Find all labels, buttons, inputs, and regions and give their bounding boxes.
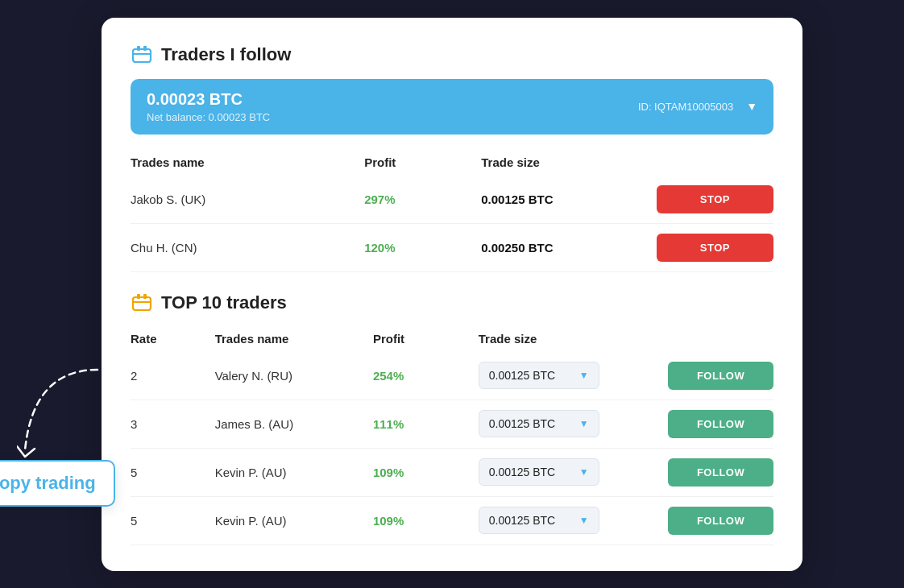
- top10-rate: 3: [131, 417, 215, 431]
- top10-name: Kevin P. (AU): [215, 466, 373, 479]
- screen: Copy trading Traders I follow 0.0002: [0, 0, 904, 588]
- svg-rect-1: [137, 46, 140, 51]
- trade-size-value: 0.00125 BTC: [489, 417, 556, 430]
- col-head-action: [657, 155, 773, 169]
- traders-follow-table: Trades name Profit Trade size Jakob S. (…: [131, 151, 773, 272]
- svg-rect-0: [133, 49, 151, 62]
- top10-rate: 2: [131, 369, 215, 383]
- table-row: 3 James B. (AU) 111% 0.00125 BTC ▼ FOLLO…: [131, 400, 773, 449]
- dropdown-chevron-icon: ▼: [579, 370, 589, 381]
- follow-button[interactable]: FOLLOW: [668, 507, 773, 535]
- trader-name: Jakob S. (UK): [131, 193, 364, 206]
- trader-name: Chu H. (CN): [131, 241, 364, 255]
- dropdown-chevron-icon: ▼: [579, 466, 589, 478]
- trade-size-dropdown[interactable]: 0.00125 BTC ▼: [479, 410, 599, 437]
- dropdown-chevron-icon: ▼: [579, 418, 589, 429]
- balance-left: 0.00023 BTC Net balance: 0.00023 BTC: [147, 90, 270, 123]
- table-row: 5 Kevin P. (AU) 109% 0.00125 BTC ▼ FOLLO…: [131, 449, 773, 497]
- balance-net: Net balance: 0.00023 BTC: [147, 111, 270, 123]
- balance-id: ID: IQTAM10005003: [638, 101, 733, 113]
- top10-profit: 109%: [373, 466, 479, 479]
- top10-name: Kevin P. (AU): [215, 514, 373, 528]
- top10-table: Rate Trades name Profit Trade size 2 Val…: [131, 327, 773, 545]
- top10-header: Rate Trades name Profit Trade size: [131, 327, 773, 352]
- trade-size-value: 0.00125 BTC: [489, 514, 556, 527]
- table-row: Jakob S. (UK) 297% 0.00125 BTC STOP: [131, 176, 773, 224]
- top10-title: TOP 10 traders: [131, 292, 773, 314]
- trader-profit: 297%: [364, 193, 481, 206]
- top10-profit: 109%: [373, 514, 479, 528]
- svg-rect-4: [133, 297, 151, 310]
- follow-button[interactable]: FOLLOW: [668, 362, 773, 390]
- main-card: Copy trading Traders I follow 0.0002: [102, 18, 802, 571]
- svg-rect-5: [137, 294, 140, 299]
- top10-profit: 254%: [373, 369, 479, 383]
- top10-name: James B. (AU): [215, 417, 373, 431]
- copy-trading-label: Copy trading: [0, 473, 96, 494]
- follow-button[interactable]: FOLLOW: [668, 458, 773, 487]
- trader-profit: 120%: [364, 241, 481, 255]
- svg-rect-2: [143, 46, 147, 51]
- dashed-arrow: [17, 362, 114, 474]
- trader-size: 0.00125 BTC: [481, 193, 657, 206]
- copy-trading-badge: Copy trading: [0, 460, 115, 507]
- top10-section: TOP 10 traders Rate Trades name Profit T…: [131, 292, 773, 545]
- trade-size-dropdown[interactable]: 0.00125 BTC ▼: [479, 507, 599, 534]
- balance-amount: 0.00023 BTC: [147, 90, 270, 109]
- col-head-trade-size: Trade size: [481, 155, 657, 169]
- stop-button[interactable]: STOP: [657, 234, 773, 262]
- balance-bar[interactable]: 0.00023 BTC Net balance: 0.00023 BTC ID:…: [131, 79, 773, 135]
- balance-right: ID: IQTAM10005003 ▼: [638, 100, 757, 113]
- stop-button[interactable]: STOP: [657, 185, 773, 213]
- traders-follow-section: Traders I follow 0.00023 BTC Net balance…: [131, 43, 773, 272]
- col-head-profit: Profit: [364, 155, 481, 169]
- dropdown-chevron-icon: ▼: [579, 515, 589, 526]
- trade-size-dropdown[interactable]: 0.00125 BTC ▼: [479, 362, 599, 389]
- col-head-profit: Profit: [373, 332, 479, 346]
- top10-name: Valery N. (RU): [215, 369, 373, 383]
- follow-button[interactable]: FOLLOW: [668, 410, 773, 438]
- top10-rate: 5: [131, 466, 215, 479]
- traders-follow-header: Trades name Profit Trade size: [131, 151, 773, 176]
- traders-follow-title: Traders I follow: [131, 43, 773, 66]
- col-head-trades-name: Trades name: [131, 155, 364, 169]
- col-head-trades-name: Trades name: [215, 332, 373, 346]
- trade-size-value: 0.00125 BTC: [489, 466, 556, 478]
- top10-profit: 111%: [373, 417, 479, 431]
- col-head-trade-size: Trade size: [479, 332, 668, 346]
- table-row: 2 Valery N. (RU) 254% 0.00125 BTC ▼ FOLL…: [131, 352, 773, 400]
- top10-icon: [131, 292, 153, 314]
- trade-size-value: 0.00125 BTC: [489, 369, 556, 382]
- top10-rate: 5: [131, 514, 215, 528]
- balance-chevron-icon: ▼: [746, 100, 757, 113]
- traders-follow-icon: [131, 43, 153, 66]
- trader-size: 0.00250 BTC: [481, 241, 657, 255]
- col-head-rate: Rate: [131, 332, 215, 346]
- table-row: Chu H. (CN) 120% 0.00250 BTC STOP: [131, 224, 773, 272]
- svg-rect-6: [143, 294, 147, 299]
- trade-size-dropdown[interactable]: 0.00125 BTC ▼: [479, 458, 599, 486]
- col-head-action: [668, 332, 773, 346]
- table-row: 5 Kevin P. (AU) 109% 0.00125 BTC ▼ FOLLO…: [131, 497, 773, 545]
